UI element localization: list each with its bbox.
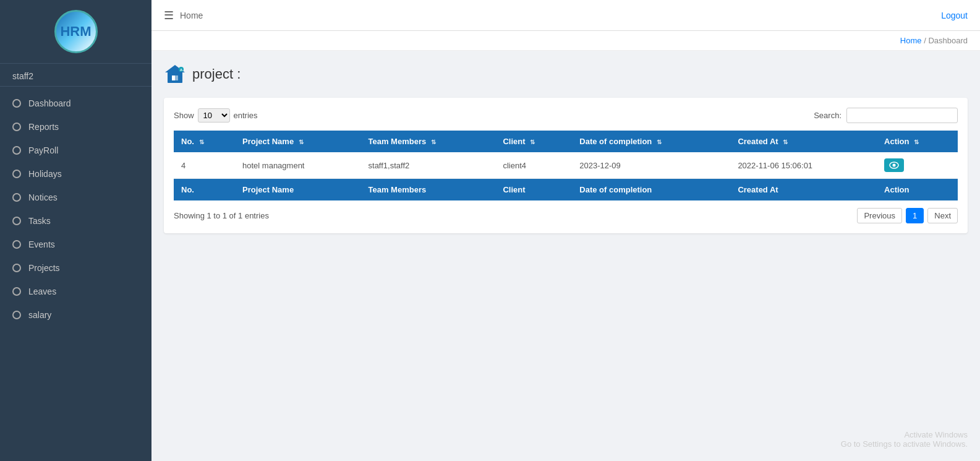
table-header: No. ⇅Project Name ⇅Team Members ⇅Client … (174, 131, 958, 152)
footer-col-team-members: Team Members (361, 179, 496, 201)
breadcrumb-separator: / (924, 36, 926, 45)
breadcrumb-home[interactable]: Home (900, 36, 922, 45)
view-button[interactable] (884, 158, 904, 172)
search-label: Search: (814, 111, 842, 120)
header-left: ☰ Home (164, 9, 203, 22)
sidebar-item-dashboard[interactable]: Dashboard (0, 92, 151, 115)
dot-icon (12, 99, 21, 108)
sort-icon: ⇅ (783, 139, 788, 145)
cell-client: client4 (495, 152, 572, 179)
logout-button[interactable]: Logout (941, 11, 968, 20)
col-project-name[interactable]: Project Name ⇅ (235, 131, 361, 152)
sidebar-item-holidays[interactable]: Holidays (0, 162, 151, 186)
logo-area: HRM (0, 0, 151, 64)
sort-icon: ⇅ (431, 139, 436, 145)
hamburger-icon[interactable]: ☰ (164, 9, 174, 22)
cell-date-of-completion: 2023-12-09 (572, 152, 730, 179)
page-1-button[interactable]: 1 (906, 208, 924, 223)
sidebar-item-tasks[interactable]: Tasks (0, 209, 151, 233)
project-icon: A (164, 63, 186, 85)
page-icon: A (164, 63, 186, 85)
sidebar-item-label: Dashboard (28, 98, 71, 108)
dot-icon (12, 287, 21, 296)
search-input[interactable] (846, 108, 958, 123)
dot-icon (12, 264, 21, 272)
col-created-at[interactable]: Created At ⇅ (730, 131, 877, 152)
col-team-members[interactable]: Team Members ⇅ (361, 131, 496, 152)
table-body: 4hotel managmentstaff1,staff2client42023… (174, 152, 958, 179)
cell-action (877, 152, 958, 179)
dot-icon (12, 217, 21, 225)
sidebar-item-leaves[interactable]: Leaves (0, 280, 151, 303)
eye-icon (889, 162, 899, 169)
dot-icon (12, 170, 21, 178)
dot-icon (12, 123, 21, 131)
sidebar-item-payroll[interactable]: PayRoll (0, 139, 151, 162)
svg-point-7 (893, 164, 896, 167)
cell-no.: 4 (174, 152, 235, 179)
col-action[interactable]: Action ⇅ (877, 131, 958, 152)
sidebar-item-reports[interactable]: Reports (0, 115, 151, 139)
sidebar-item-label: PayRoll (28, 145, 58, 155)
cell-project-name: hotel managment (235, 152, 361, 179)
svg-text:A: A (180, 68, 183, 72)
col-no.[interactable]: No. ⇅ (174, 131, 235, 152)
sort-icon: ⇅ (299, 139, 304, 145)
sidebar-item-label: Reports (28, 122, 59, 132)
sort-icon: ⇅ (199, 139, 204, 145)
showing-text: Showing 1 to 1 of 1 entries (174, 211, 269, 220)
sidebar-item-notices[interactable]: Notices (0, 186, 151, 209)
footer-col-date-of-completion: Date of completion (572, 179, 730, 201)
header-home-label: Home (180, 11, 203, 20)
logo: HRM (54, 10, 98, 53)
main-header: ☰ Home Logout (151, 0, 980, 31)
sidebar-username: staff2 (0, 64, 151, 87)
sidebar-item-label: Leaves (28, 287, 56, 296)
entries-select[interactable]: 10 25 50 100 (198, 108, 230, 123)
svg-rect-3 (175, 75, 178, 80)
projects-table: No. ⇅Project Name ⇅Team Members ⇅Client … (174, 131, 958, 200)
dot-icon (12, 146, 21, 155)
sidebar: HRM staff2 Dashboard Reports PayRoll Hol… (0, 0, 151, 461)
dot-icon (12, 240, 21, 249)
sidebar-item-label: Events (28, 239, 55, 249)
sidebar-nav: Dashboard Reports PayRoll Holidays Notic… (0, 87, 151, 332)
col-client[interactable]: Client ⇅ (495, 131, 572, 152)
footer-col-no.: No. (174, 179, 235, 201)
content-body: A project : Show 10 25 50 100 (151, 51, 980, 461)
sidebar-item-label: Tasks (28, 216, 51, 226)
sidebar-item-label: Notices (28, 192, 58, 202)
sidebar-item-label: salary (28, 310, 51, 320)
pagination: Previous 1 Next (857, 208, 958, 223)
sort-icon: ⇅ (914, 139, 919, 145)
sidebar-item-events[interactable]: Events (0, 233, 151, 256)
sidebar-item-salary[interactable]: salary (0, 303, 151, 327)
page-title: project : (192, 66, 241, 82)
breadcrumb: Home / Dashboard (151, 31, 980, 51)
footer-col-project-name: Project Name (235, 179, 361, 201)
table-container: Show 10 25 50 100 entries Search: (164, 98, 968, 233)
dot-icon (12, 311, 21, 319)
sort-icon: ⇅ (657, 139, 662, 145)
sidebar-item-projects[interactable]: Projects (0, 256, 151, 280)
next-button[interactable]: Next (927, 208, 958, 223)
page-title-area: A project : (164, 63, 968, 85)
main-content: ☰ Home Logout Home / Dashboard (151, 0, 980, 461)
search-area: Search: (814, 108, 958, 123)
show-entries-area: Show 10 25 50 100 entries (174, 108, 258, 123)
table-footer-row: No.Project NameTeam MembersClientDate of… (174, 179, 958, 201)
footer-col-client: Client (495, 179, 572, 201)
table-header-row: No. ⇅Project Name ⇅Team Members ⇅Client … (174, 131, 958, 152)
sidebar-item-label: Holidays (28, 169, 62, 179)
table-controls: Show 10 25 50 100 entries Search: (174, 108, 958, 123)
cell-created-at: 2022-11-06 15:06:01 (730, 152, 877, 179)
footer-col-action: Action (877, 179, 958, 201)
col-date-of-completion[interactable]: Date of completion ⇅ (572, 131, 730, 152)
svg-rect-2 (172, 75, 175, 80)
dot-icon (12, 193, 21, 202)
prev-button[interactable]: Previous (857, 208, 902, 223)
footer-col-created-at: Created At (730, 179, 877, 201)
entries-label: entries (234, 111, 258, 120)
sidebar-item-label: Projects (28, 263, 60, 273)
table-row: 4hotel managmentstaff1,staff2client42023… (174, 152, 958, 179)
